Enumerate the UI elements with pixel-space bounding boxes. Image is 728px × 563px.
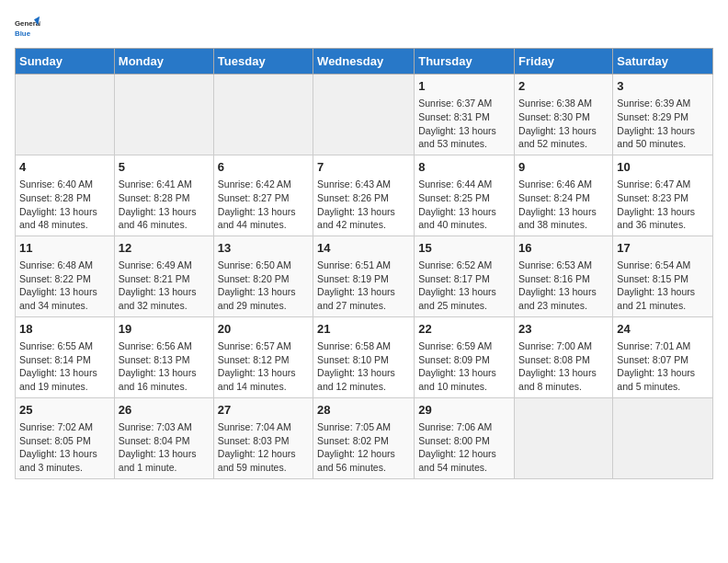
day-info: Sunrise: 7:01 AM Sunset: 8:07 PM Dayligh… bbox=[617, 339, 709, 394]
week-row-3: 11Sunrise: 6:48 AM Sunset: 8:22 PM Dayli… bbox=[16, 236, 713, 316]
day-info: Sunrise: 6:47 AM Sunset: 8:23 PM Dayligh… bbox=[617, 178, 709, 232]
day-number: 14 bbox=[317, 240, 410, 257]
day-info: Sunrise: 6:52 AM Sunset: 8:17 PM Dayligh… bbox=[418, 259, 510, 313]
calendar-cell: 13Sunrise: 6:50 AM Sunset: 8:20 PM Dayli… bbox=[213, 236, 313, 316]
calendar-cell: 19Sunrise: 6:56 AM Sunset: 8:13 PM Dayli… bbox=[114, 316, 213, 397]
day-info: Sunrise: 6:54 AM Sunset: 8:15 PM Dayligh… bbox=[617, 259, 709, 313]
calendar-cell bbox=[16, 75, 115, 155]
week-row-1: 1Sunrise: 6:37 AM Sunset: 8:31 PM Daylig… bbox=[16, 75, 713, 155]
calendar-cell: 26Sunrise: 7:03 AM Sunset: 8:04 PM Dayli… bbox=[114, 397, 213, 478]
calendar-cell: 1Sunrise: 6:37 AM Sunset: 8:31 PM Daylig… bbox=[415, 75, 515, 155]
calendar-cell: 5Sunrise: 6:41 AM Sunset: 8:28 PM Daylig… bbox=[114, 155, 213, 236]
day-info: Sunrise: 7:05 AM Sunset: 8:02 PM Dayligh… bbox=[317, 420, 410, 475]
day-info: Sunrise: 6:37 AM Sunset: 8:31 PM Dayligh… bbox=[418, 97, 510, 151]
calendar-cell: 15Sunrise: 6:52 AM Sunset: 8:17 PM Dayli… bbox=[415, 236, 515, 316]
day-number: 10 bbox=[617, 159, 709, 176]
day-number: 27 bbox=[218, 402, 309, 419]
day-header-tuesday: Tuesday bbox=[213, 49, 313, 75]
day-number: 8 bbox=[418, 159, 510, 176]
day-info: Sunrise: 6:42 AM Sunset: 8:27 PM Dayligh… bbox=[218, 178, 309, 232]
calendar-cell bbox=[613, 397, 713, 478]
day-number: 23 bbox=[518, 321, 609, 338]
calendar-body: 1Sunrise: 6:37 AM Sunset: 8:31 PM Daylig… bbox=[16, 75, 713, 479]
calendar-cell: 4Sunrise: 6:40 AM Sunset: 8:28 PM Daylig… bbox=[16, 155, 115, 236]
day-info: Sunrise: 6:50 AM Sunset: 8:20 PM Dayligh… bbox=[218, 259, 309, 313]
day-info: Sunrise: 6:57 AM Sunset: 8:12 PM Dayligh… bbox=[218, 339, 309, 394]
calendar-cell: 25Sunrise: 7:02 AM Sunset: 8:05 PM Dayli… bbox=[16, 397, 115, 478]
calendar-cell: 11Sunrise: 6:48 AM Sunset: 8:22 PM Dayli… bbox=[16, 236, 115, 316]
calendar-cell: 24Sunrise: 7:01 AM Sunset: 8:07 PM Dayli… bbox=[613, 316, 713, 397]
day-info: Sunrise: 6:38 AM Sunset: 8:30 PM Dayligh… bbox=[518, 97, 609, 151]
day-number: 1 bbox=[418, 78, 510, 95]
calendar-cell: 21Sunrise: 6:58 AM Sunset: 8:10 PM Dayli… bbox=[313, 316, 415, 397]
page-header: GeneralBlue bbox=[15, 15, 713, 40]
day-header-thursday: Thursday bbox=[415, 49, 515, 75]
day-number: 18 bbox=[19, 321, 110, 338]
day-number: 29 bbox=[418, 402, 510, 419]
calendar-cell: 8Sunrise: 6:44 AM Sunset: 8:25 PM Daylig… bbox=[415, 155, 515, 236]
calendar-cell: 29Sunrise: 7:06 AM Sunset: 8:00 PM Dayli… bbox=[415, 397, 515, 478]
day-info: Sunrise: 6:39 AM Sunset: 8:29 PM Dayligh… bbox=[617, 97, 709, 151]
calendar-cell: 23Sunrise: 7:00 AM Sunset: 8:08 PM Dayli… bbox=[515, 316, 613, 397]
day-info: Sunrise: 6:41 AM Sunset: 8:28 PM Dayligh… bbox=[119, 178, 210, 232]
day-header-monday: Monday bbox=[114, 49, 213, 75]
calendar-cell: 7Sunrise: 6:43 AM Sunset: 8:26 PM Daylig… bbox=[313, 155, 415, 236]
day-info: Sunrise: 7:00 AM Sunset: 8:08 PM Dayligh… bbox=[518, 339, 609, 394]
calendar-cell bbox=[213, 75, 313, 155]
day-number: 4 bbox=[19, 159, 110, 176]
day-number: 17 bbox=[617, 240, 709, 257]
day-number: 6 bbox=[218, 159, 309, 176]
day-number: 2 bbox=[518, 78, 609, 95]
day-number: 22 bbox=[418, 321, 510, 338]
calendar-header-row: SundayMondayTuesdayWednesdayThursdayFrid… bbox=[16, 49, 713, 75]
day-number: 15 bbox=[418, 240, 510, 257]
day-info: Sunrise: 7:03 AM Sunset: 8:04 PM Dayligh… bbox=[119, 420, 210, 475]
day-info: Sunrise: 6:51 AM Sunset: 8:19 PM Dayligh… bbox=[317, 259, 410, 313]
day-info: Sunrise: 6:53 AM Sunset: 8:16 PM Dayligh… bbox=[518, 259, 609, 313]
day-info: Sunrise: 6:49 AM Sunset: 8:21 PM Dayligh… bbox=[119, 259, 210, 313]
day-number: 28 bbox=[317, 402, 410, 419]
calendar-cell: 10Sunrise: 6:47 AM Sunset: 8:23 PM Dayli… bbox=[613, 155, 713, 236]
calendar-cell: 2Sunrise: 6:38 AM Sunset: 8:30 PM Daylig… bbox=[515, 75, 613, 155]
calendar-cell: 17Sunrise: 6:54 AM Sunset: 8:15 PM Dayli… bbox=[613, 236, 713, 316]
day-header-sunday: Sunday bbox=[16, 49, 115, 75]
svg-text:Blue: Blue bbox=[15, 29, 31, 38]
day-info: Sunrise: 6:58 AM Sunset: 8:10 PM Dayligh… bbox=[317, 339, 410, 394]
day-header-friday: Friday bbox=[515, 49, 613, 75]
day-number: 26 bbox=[119, 402, 210, 419]
week-row-5: 25Sunrise: 7:02 AM Sunset: 8:05 PM Dayli… bbox=[16, 397, 713, 478]
day-header-wednesday: Wednesday bbox=[313, 49, 415, 75]
calendar-table: SundayMondayTuesdayWednesdayThursdayFrid… bbox=[15, 48, 713, 479]
day-number: 3 bbox=[617, 78, 709, 95]
calendar-cell: 3Sunrise: 6:39 AM Sunset: 8:29 PM Daylig… bbox=[613, 75, 713, 155]
day-number: 13 bbox=[218, 240, 309, 257]
day-number: 11 bbox=[19, 240, 110, 257]
week-row-4: 18Sunrise: 6:55 AM Sunset: 8:14 PM Dayli… bbox=[16, 316, 713, 397]
day-number: 21 bbox=[317, 321, 410, 338]
day-info: Sunrise: 6:44 AM Sunset: 8:25 PM Dayligh… bbox=[418, 178, 510, 232]
calendar-cell bbox=[313, 75, 415, 155]
day-number: 24 bbox=[617, 321, 709, 338]
logo-icon: GeneralBlue bbox=[15, 15, 40, 40]
day-number: 7 bbox=[317, 159, 410, 176]
day-header-saturday: Saturday bbox=[613, 49, 713, 75]
calendar-cell: 6Sunrise: 6:42 AM Sunset: 8:27 PM Daylig… bbox=[213, 155, 313, 236]
day-number: 25 bbox=[19, 402, 110, 419]
day-info: Sunrise: 6:55 AM Sunset: 8:14 PM Dayligh… bbox=[19, 339, 110, 394]
day-info: Sunrise: 6:56 AM Sunset: 8:13 PM Dayligh… bbox=[119, 339, 210, 394]
day-info: Sunrise: 6:59 AM Sunset: 8:09 PM Dayligh… bbox=[418, 339, 510, 394]
day-number: 5 bbox=[119, 159, 210, 176]
day-number: 12 bbox=[119, 240, 210, 257]
calendar-cell: 27Sunrise: 7:04 AM Sunset: 8:03 PM Dayli… bbox=[213, 397, 313, 478]
day-info: Sunrise: 7:06 AM Sunset: 8:00 PM Dayligh… bbox=[418, 420, 510, 475]
day-info: Sunrise: 7:04 AM Sunset: 8:03 PM Dayligh… bbox=[218, 420, 309, 475]
calendar-cell: 14Sunrise: 6:51 AM Sunset: 8:19 PM Dayli… bbox=[313, 236, 415, 316]
calendar-cell: 28Sunrise: 7:05 AM Sunset: 8:02 PM Dayli… bbox=[313, 397, 415, 478]
day-number: 9 bbox=[518, 159, 609, 176]
calendar-cell: 16Sunrise: 6:53 AM Sunset: 8:16 PM Dayli… bbox=[515, 236, 613, 316]
day-info: Sunrise: 6:43 AM Sunset: 8:26 PM Dayligh… bbox=[317, 178, 410, 232]
calendar-cell: 9Sunrise: 6:46 AM Sunset: 8:24 PM Daylig… bbox=[515, 155, 613, 236]
calendar-cell bbox=[114, 75, 213, 155]
day-number: 20 bbox=[218, 321, 309, 338]
day-info: Sunrise: 7:02 AM Sunset: 8:05 PM Dayligh… bbox=[19, 420, 110, 475]
